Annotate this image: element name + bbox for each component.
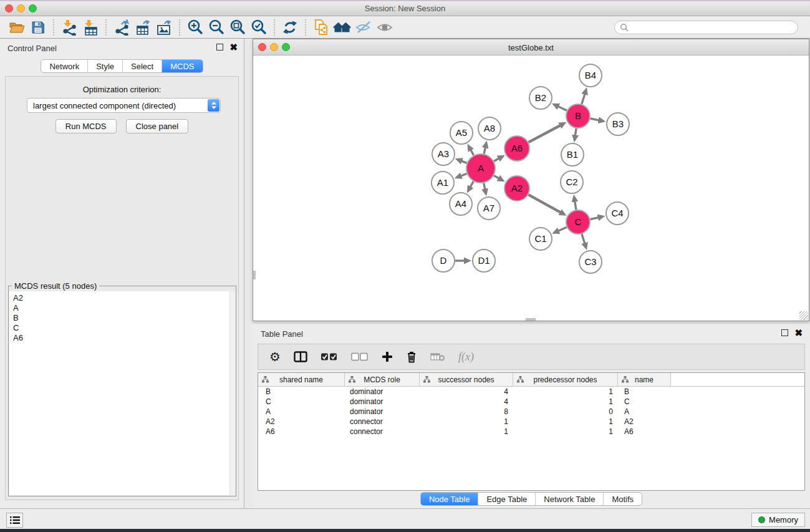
column-header-successor-nodes[interactable]: successor nodes bbox=[420, 373, 513, 386]
graph-edge-A-A2[interactable] bbox=[494, 176, 499, 178]
deselect-all-columns-icon[interactable] bbox=[351, 352, 369, 361]
graph-node-label-D: D bbox=[440, 255, 447, 266]
table-cell: 0 bbox=[513, 407, 618, 416]
network-window-title-bar[interactable]: testGlobe.txt bbox=[253, 39, 809, 56]
toggle-visibility-icon[interactable] bbox=[353, 18, 374, 37]
column-type-icon bbox=[262, 376, 269, 385]
table-settings-icon[interactable]: ⚙ bbox=[269, 351, 281, 363]
tab-motifs[interactable]: Motifs bbox=[604, 493, 642, 505]
table-cell: 1 bbox=[513, 397, 618, 406]
export-table-icon[interactable] bbox=[132, 18, 153, 37]
graph-edge-A-A8[interactable] bbox=[484, 147, 485, 153]
network-canvas[interactable]: B4B2BB3A5A8A6A3B1AA1C2A2A4A7C4CC1C3DD1 bbox=[253, 56, 809, 321]
table-cell: A6 bbox=[258, 427, 345, 436]
add-column-icon[interactable] bbox=[382, 351, 393, 362]
zoom-fit-icon[interactable] bbox=[227, 18, 248, 37]
import-network-icon[interactable] bbox=[59, 18, 80, 37]
tab-select[interactable]: Select bbox=[123, 60, 162, 72]
run-mcds-button[interactable]: Run MCDS bbox=[55, 119, 117, 133]
zoom-selected-icon[interactable] bbox=[248, 18, 269, 37]
close-panel-button[interactable]: Close panel bbox=[126, 119, 189, 133]
zoom-in-icon[interactable] bbox=[185, 18, 206, 37]
graph-node-label-D1: D1 bbox=[478, 255, 489, 266]
close-panel-icon[interactable]: ✖ bbox=[229, 44, 238, 51]
criterion-dropdown[interactable]: largest connected component (directed) bbox=[27, 98, 221, 113]
function-builder-icon[interactable]: f(x) bbox=[458, 351, 474, 364]
mcds-result-item[interactable]: A bbox=[13, 303, 235, 313]
column-header-predecessor-nodes[interactable]: predecessor nodes bbox=[513, 373, 618, 386]
task-history-button[interactable] bbox=[6, 513, 23, 528]
graph-node-label-C3: C3 bbox=[584, 256, 596, 267]
graph-edge-A2-C[interactable] bbox=[528, 195, 561, 212]
column-header-name[interactable]: name bbox=[618, 373, 671, 386]
result-scrollbar[interactable] bbox=[229, 291, 235, 495]
mcds-result-list[interactable]: A2ABCA6 bbox=[9, 291, 235, 495]
search-input[interactable] bbox=[629, 23, 793, 32]
float-table-panel-icon[interactable] bbox=[781, 329, 788, 336]
graph-edge-B-B2[interactable] bbox=[558, 106, 567, 110]
memory-button[interactable]: Memory bbox=[751, 513, 805, 527]
mcds-result-item[interactable]: A6 bbox=[13, 333, 235, 343]
export-network-icon[interactable] bbox=[111, 18, 132, 37]
graph-edge-C-C1[interactable] bbox=[558, 227, 566, 231]
toolbar-separator bbox=[305, 19, 306, 36]
node-table-body: Bdominator41BCdominator41CAdominator80AA… bbox=[258, 387, 804, 437]
tab-style[interactable]: Style bbox=[88, 60, 123, 72]
table-cell: B bbox=[258, 387, 345, 396]
table-row[interactable]: Cdominator41C bbox=[258, 397, 804, 407]
graph-edge-C-C2[interactable] bbox=[575, 201, 576, 210]
graph-edge-B-B4[interactable] bbox=[582, 94, 585, 104]
refresh-icon[interactable] bbox=[279, 18, 301, 37]
graph-edge-A-A6[interactable] bbox=[494, 158, 499, 161]
resize-grip[interactable] bbox=[799, 311, 808, 320]
open-session-icon[interactable] bbox=[6, 18, 27, 37]
graph-edge-A6-B[interactable] bbox=[529, 125, 561, 142]
preview-eye-icon[interactable] bbox=[374, 18, 395, 37]
tab-network-table[interactable]: Network Table bbox=[536, 493, 604, 505]
select-all-columns-icon[interactable] bbox=[321, 352, 338, 361]
save-session-icon[interactable] bbox=[27, 18, 49, 37]
mcds-result-item[interactable]: A2 bbox=[13, 293, 235, 303]
vertical-scrollbar-nub[interactable] bbox=[253, 271, 256, 279]
table-row[interactable]: Bdominator41B bbox=[258, 387, 804, 397]
import-table-icon[interactable] bbox=[80, 18, 101, 37]
table-cell: 4 bbox=[420, 387, 513, 396]
close-table-panel-icon[interactable]: ✖ bbox=[794, 329, 803, 336]
home-icon[interactable] bbox=[332, 18, 353, 37]
split-view-icon[interactable] bbox=[294, 351, 307, 362]
graph-edge-A-A1[interactable] bbox=[461, 173, 467, 176]
table-cell: C bbox=[618, 397, 671, 406]
table-row[interactable]: A6connector11A6 bbox=[258, 427, 804, 437]
delete-table-icon[interactable] bbox=[430, 352, 445, 362]
duplicate-network-icon[interactable] bbox=[311, 18, 332, 37]
network-graph[interactable]: B4B2BB3A5A8A6A3B1AA1C2A2A4A7C4CC1C3DD1 bbox=[253, 56, 809, 321]
graph-edge-B-B3[interactable] bbox=[591, 118, 599, 120]
table-row[interactable]: Adominator80A bbox=[258, 407, 804, 417]
search-field[interactable] bbox=[614, 21, 798, 34]
network-window: testGlobe.txt B4B2BB3A5A8A6A3B1AA1C2A2A4… bbox=[253, 39, 809, 321]
zoom-out-icon[interactable] bbox=[206, 18, 227, 37]
mcds-result-item[interactable]: C bbox=[13, 323, 235, 333]
graph-edge-A-A7[interactable] bbox=[484, 183, 485, 190]
toolbar-separator bbox=[105, 19, 107, 36]
table-cell: 8 bbox=[420, 407, 513, 416]
window-title: Session: New Session bbox=[0, 4, 810, 13]
mcds-result-item[interactable]: B bbox=[13, 313, 235, 323]
graph-edge-A-A5[interactable] bbox=[471, 150, 474, 155]
delete-column-icon[interactable] bbox=[406, 351, 417, 363]
graph-edge-C-C3[interactable] bbox=[582, 234, 585, 243]
graph-edge-A-A4[interactable] bbox=[470, 181, 473, 187]
export-image-icon[interactable] bbox=[153, 18, 175, 37]
float-panel-icon[interactable] bbox=[216, 44, 223, 51]
tab-node-table[interactable]: Node Table bbox=[421, 493, 479, 505]
tab-edge-table[interactable]: Edge Table bbox=[478, 493, 536, 505]
tab-mcds[interactable]: MCDS bbox=[162, 60, 202, 72]
horizontal-scrollbar-nub[interactable] bbox=[526, 318, 536, 321]
graph-edge-C-C4[interactable] bbox=[591, 218, 599, 220]
graph-edge-A-A3[interactable] bbox=[461, 161, 467, 163]
tab-network[interactable]: Network bbox=[41, 60, 88, 72]
table-row[interactable]: A2connector11A2 bbox=[258, 417, 804, 427]
graph-edge-B-B1[interactable] bbox=[575, 128, 576, 136]
column-header-MCDS-role[interactable]: MCDS role bbox=[345, 373, 420, 386]
column-header-shared-name[interactable]: shared name bbox=[258, 373, 345, 386]
